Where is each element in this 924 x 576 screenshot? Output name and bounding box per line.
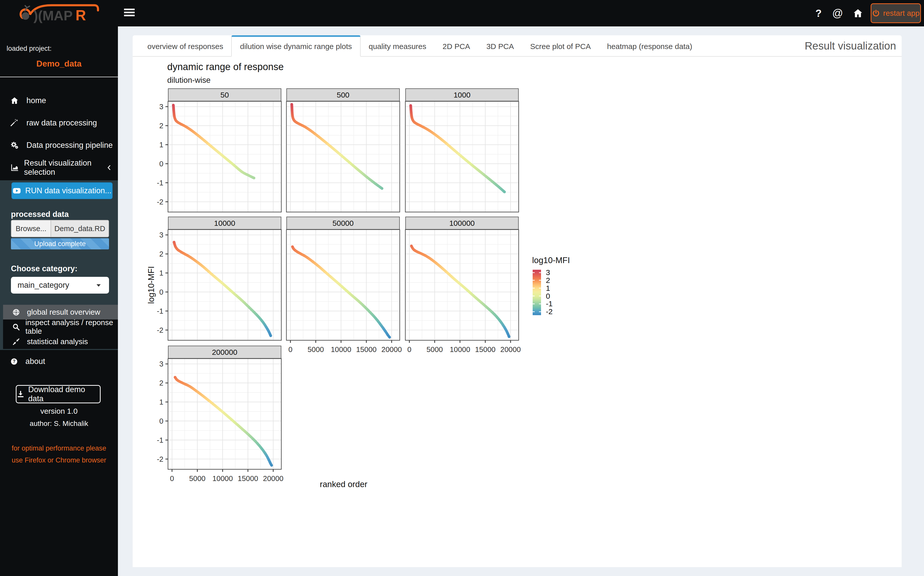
sidebar-item-about[interactable]: ? about [0,354,118,369]
tab-3d-pca[interactable]: 3D PCA [478,35,522,56]
tab-scree-plot-of-pca[interactable]: Scree plot of PCA [522,35,599,56]
logo-bead [22,12,29,19]
upload-status-label: Upload complete [34,240,86,248]
sidebar-item-label: home [26,96,46,105]
download-demo-data-button[interactable]: Download demo data [16,385,101,403]
download-icon [16,390,25,398]
browse-button[interactable]: Browse... [11,220,51,237]
header-bar: )(MAP R ? @ restart app [0,0,924,26]
globe-icon [12,308,24,316]
file-input: Browse... Demo_data.RD [11,220,109,237]
version-text: version 1.0 [0,407,118,416]
sidebar-item-data-processing-pipeline[interactable]: Data processing pipeline [0,134,118,157]
sidebar-subitem-statistical-analysis[interactable]: statistical analysis [3,334,118,349]
run-data-visualization-button[interactable]: RUN data visualization... [11,182,112,199]
sidebar-item-label: raw data processing [26,118,97,128]
download-button-label: Download demo data [28,385,100,403]
author-text: author: S. Michalik [0,419,118,428]
page-title: Result visualization [805,35,896,57]
sidebar-item-result-visualization-selection[interactable]: Result visualization selection [0,157,118,179]
project-name: Demo_data [0,59,118,69]
gears-icon [10,141,23,150]
sidebar-subitem-label: statistical analysis [27,337,88,346]
restart-app-button[interactable]: restart app [871,3,921,23]
upload-progress-bar: Upload complete [11,238,109,250]
category-select[interactable]: main_category [11,277,109,294]
search-icon [12,323,22,331]
at-icon[interactable]: @ [830,0,845,26]
sidebar-menu: homeraw data processingData processing p… [0,90,118,179]
home-icon[interactable] [850,0,866,26]
logo-gray-text: )(MAP [34,8,73,23]
home-icon [10,96,23,105]
browser-notice-line1: for optimal performance please [0,445,118,452]
angle-left-icon [106,164,113,171]
sidebar-subitem-label: global result overview [27,308,100,317]
wand-icon [10,118,23,128]
caret-down-icon [95,282,103,289]
compress-icon [12,338,24,346]
choose-category-label: Choose category: [11,264,77,273]
about-label: about [26,357,45,366]
app-logo[interactable]: )(MAP R [9,2,108,25]
browser-notice-line2: use Firefox or Chrome browser [0,456,118,464]
sidebar: loaded project: Demo_data homeraw data p… [0,26,118,576]
tab-overview-of-responses[interactable]: overview of responses [139,35,231,56]
sidebar-item-home[interactable]: home [0,90,118,112]
run-button-label: RUN data visualization... [25,186,111,195]
sidebar-subitem-label: inspect analysis / reponse table [26,318,118,336]
file-name-field[interactable]: Demo_data.RD [51,220,109,237]
sidebar-divider [0,77,118,77]
sidebar-item-label: Result visualization selection [24,158,106,177]
tab-heatmap-response-data[interactable]: heatmap (response data) [599,35,700,56]
chart-area-icon [10,163,21,172]
sidebar-subitem-inspect-analysis-reponse-table[interactable]: inspect analysis / reponse table [3,320,118,334]
help-icon[interactable]: ? [812,0,825,26]
tab-dilution-wise-dynamic-range-plots[interactable]: dilution wise dynamic range plots [231,35,360,57]
sidebar-item-raw-data-processing[interactable]: raw data processing [0,112,118,134]
menu-toggle-icon[interactable] [124,9,135,18]
play-icon [13,186,21,195]
sidebar-submenu: global result overviewinspect analysis /… [0,305,118,349]
sidebar-expanded-section: RUN data visualization... processed data… [0,180,118,350]
power-icon [872,9,880,17]
question-circle-icon: ? [10,357,22,365]
tab-2d-pca[interactable]: 2D PCA [435,35,478,56]
tab-quality-measures[interactable]: quality measures [361,35,435,56]
loaded-project-label: loaded project: [6,45,51,53]
logo-orange-text: R [75,7,86,23]
tab-bar: overview of responsesdilution wise dynam… [133,35,902,57]
restart-app-label: restart app [883,9,919,18]
app-root: )(MAP R ? @ restart app loaded project: … [0,0,924,576]
processed-data-label: processed data [11,210,69,219]
svg-text:?: ? [13,359,16,364]
content-card [133,57,902,567]
sidebar-subitem-global-result-overview[interactable]: global result overview [3,305,118,320]
sidebar-item-label: Data processing pipeline [26,141,113,150]
category-select-value: main_category [18,281,69,290]
